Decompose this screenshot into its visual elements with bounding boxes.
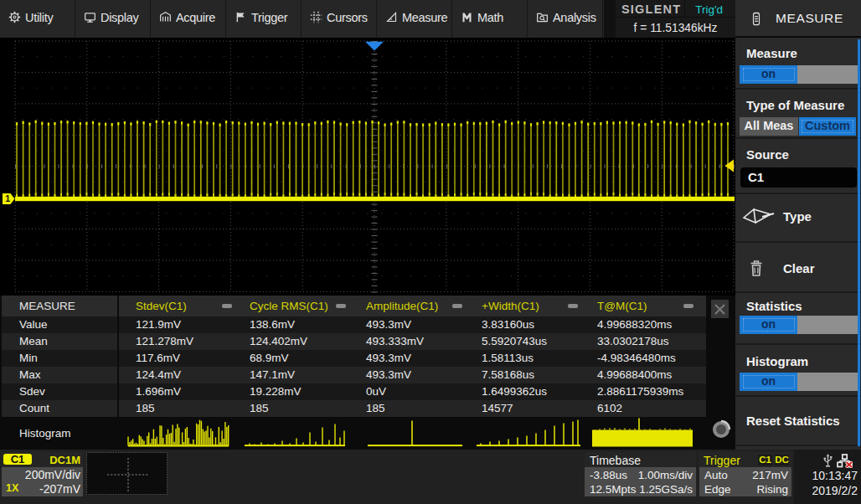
svg-text:1: 1 xyxy=(5,193,10,203)
